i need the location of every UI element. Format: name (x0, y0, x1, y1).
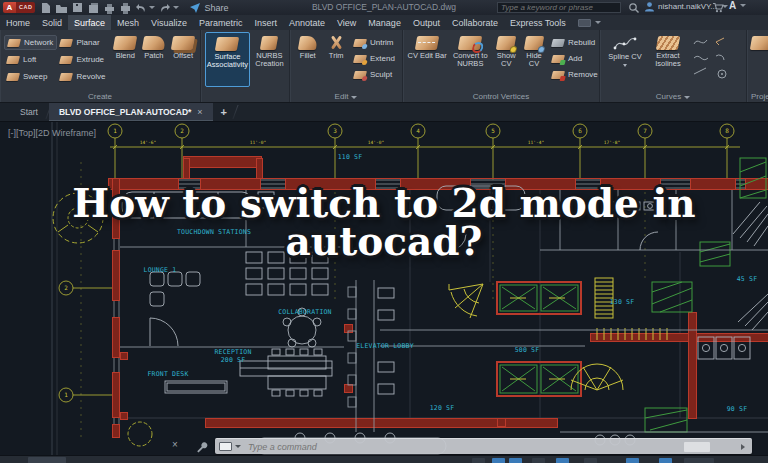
autodesk-account-button[interactable]: A (729, 0, 746, 11)
model-tab[interactable] (28, 457, 66, 463)
save-as-button[interactable] (87, 2, 99, 14)
network-surface-icon (7, 39, 21, 47)
revolve-button[interactable]: Revolve (57, 69, 110, 84)
patch-button[interactable]: Patch (140, 32, 169, 90)
untrim-button[interactable]: Untrim (351, 35, 400, 50)
spline-cv-button[interactable]: Spline CV (604, 32, 646, 90)
print-button[interactable] (119, 2, 131, 14)
cart-icon[interactable] (712, 2, 724, 15)
command-history-arrow-icon[interactable] (741, 444, 745, 450)
share-button[interactable]: Share (189, 2, 228, 14)
hide-cv-button[interactable]: Hide CV (521, 32, 547, 90)
control-vertices-panel-label[interactable]: Control Vertices (403, 91, 599, 102)
sweep-surface-icon (6, 73, 20, 81)
panel-project-partial: Proje (747, 30, 768, 102)
spline-cv-icon (613, 36, 637, 51)
open-file-button[interactable] (55, 2, 67, 14)
project-panel-label[interactable]: Proje (747, 91, 768, 102)
redo-dropdown-caret-icon[interactable] (173, 6, 179, 9)
undo-dropdown-caret-icon[interactable] (149, 6, 155, 9)
sculpt-button[interactable]: Sculpt (351, 67, 400, 82)
command-bar[interactable] (215, 438, 752, 454)
tab-output[interactable]: Output (407, 15, 446, 30)
sweep-button[interactable]: Sweep (4, 69, 57, 84)
extend-button[interactable]: Extend (351, 51, 400, 66)
tab-start[interactable]: Start (10, 103, 48, 121)
add-button[interactable]: Add (549, 51, 597, 66)
search-box[interactable] (497, 2, 621, 13)
curves-panel-label[interactable]: Curves (600, 91, 746, 102)
recent-commands-icon[interactable] (219, 442, 232, 451)
nurbs-creation-toggle[interactable]: NURBS Creation (252, 32, 287, 87)
blend-button[interactable]: Blend (111, 32, 140, 90)
viewport-controls[interactable]: [-][Top][2D Wireframe] (8, 128, 96, 138)
extract-isolines-button[interactable]: Extract Isolines (649, 32, 687, 90)
tab-insert[interactable]: Insert (248, 15, 283, 30)
tab-surface[interactable]: Surface (68, 15, 111, 30)
network-button[interactable]: Network (4, 35, 57, 50)
status-toggle-ortho[interactable] (556, 458, 569, 463)
show-cv-icon (496, 36, 516, 50)
tab-document[interactable]: BLVD OFFICE_PLAN-AUTOCAD* × (49, 103, 213, 121)
close-document-icon[interactable]: × (197, 107, 202, 117)
search-icon[interactable] (628, 2, 640, 16)
undo-button[interactable] (135, 2, 147, 14)
remove-icon (551, 71, 565, 79)
application-menu-button[interactable]: A CAD (3, 2, 35, 13)
trim-button[interactable]: Trim (323, 32, 349, 90)
cv-edit-bar-button[interactable]: CV Edit Bar (407, 32, 447, 90)
tab-manage[interactable]: Manage (362, 15, 407, 30)
status-toggle[interactable] (472, 458, 485, 463)
redo-button[interactable] (159, 2, 171, 14)
close-command-line-icon[interactable]: × (172, 439, 178, 450)
tab-parametric[interactable]: Parametric (193, 15, 249, 30)
create-panel-label[interactable]: Create (0, 91, 200, 102)
surface-associativity-toggle[interactable]: Surface Associativity (205, 32, 250, 87)
grid-bubble-label: 4 (416, 127, 420, 134)
ribbon-display-toggle[interactable] (578, 15, 601, 30)
loft-button[interactable]: Loft (4, 52, 57, 67)
drawing-canvas[interactable]: [-][Top][2D Wireframe] (0, 122, 768, 455)
status-toggle-tracking[interactable] (659, 458, 672, 463)
status-toggle-osnap[interactable] (626, 458, 639, 463)
tab-annotate[interactable]: Annotate (283, 15, 331, 30)
untrim-accent-icon (361, 44, 367, 49)
grid-bubble-labels: 1 2 3 4 5 6 7 8 2 1 (64, 127, 729, 398)
edit-panel-label[interactable]: Edit (290, 91, 402, 102)
tab-visualize[interactable]: Visualize (145, 15, 193, 30)
extrude-button[interactable]: Extrude (57, 52, 110, 67)
status-toggle-snap[interactable] (509, 458, 522, 463)
window-lines (108, 178, 768, 437)
printer-icon (120, 2, 131, 14)
show-cv-button[interactable]: Show CV (493, 32, 519, 90)
dim-label: 11'-4" (528, 140, 544, 145)
tab-collaborate[interactable]: Collaborate (446, 15, 504, 30)
convert-to-nurbs-button[interactable]: Convert to NURBS (449, 32, 491, 90)
status-annotation-controls[interactable] (684, 458, 714, 463)
status-toggle[interactable] (532, 458, 545, 463)
floor-plan: 1 2 3 4 5 6 7 8 2 1 14'-6" 11'-0" 14'-0"… (0, 122, 768, 455)
tab-view[interactable]: View (331, 15, 362, 30)
open-folder-icon (55, 2, 67, 14)
search-input[interactable] (498, 3, 620, 12)
tab-home[interactable]: Home (0, 15, 36, 30)
panel-control-vertices: CV Edit Bar Convert to NURBS Show CV Hid… (403, 30, 600, 102)
status-toggle[interactable] (584, 458, 597, 463)
fillet-button[interactable]: Fillet (294, 32, 321, 90)
remove-button[interactable]: Remove (549, 67, 597, 82)
status-toggle-grid[interactable] (492, 458, 505, 463)
tab-express-tools[interactable]: Express Tools (504, 15, 572, 30)
offset-button[interactable]: Offset (168, 32, 198, 90)
project-geometry-button[interactable] (751, 32, 768, 90)
command-bar-grip[interactable] (684, 442, 710, 452)
save-button[interactable] (71, 2, 83, 14)
curve-tools-cluster-icon[interactable] (690, 34, 738, 82)
tab-mesh[interactable]: Mesh (111, 15, 145, 30)
rebuild-button[interactable]: Rebuild (549, 35, 597, 50)
command-input[interactable] (241, 441, 752, 453)
title-bar: BLVD OFFICE_PLAN-AUTOCAD.dwg A CAD Share… (0, 0, 768, 15)
new-file-button[interactable] (39, 2, 51, 14)
planar-button[interactable]: Planar (57, 35, 110, 50)
tab-solid[interactable]: Solid (36, 15, 68, 30)
plot-button[interactable] (103, 2, 115, 14)
